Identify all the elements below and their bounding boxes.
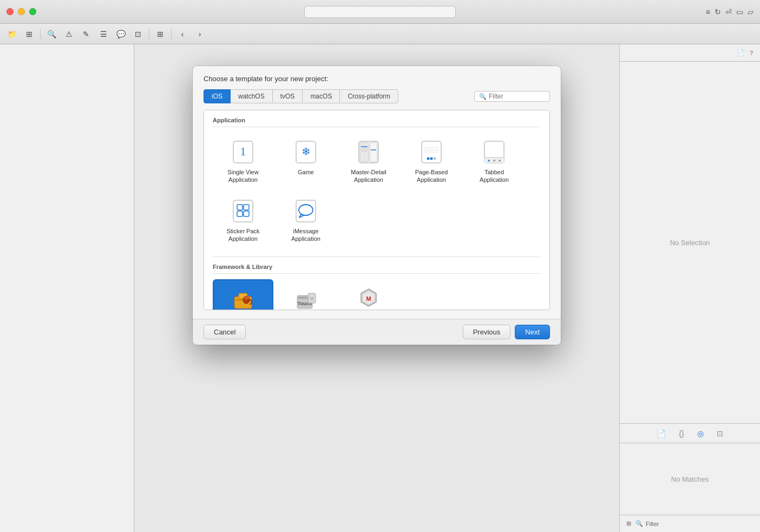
cancel-button[interactable]: Cancel (204, 325, 246, 339)
new-project-dialog: Choose a template for your new project: … (193, 66, 561, 345)
svg-point-13 (430, 157, 433, 160)
filter-icon: 🔍 (479, 93, 487, 100)
titlebar-icon-2[interactable]: ↻ (715, 8, 721, 16)
dialog-header-text: Choose a template for your new project: (204, 75, 550, 83)
section-framework-label: Framework & Library (213, 264, 541, 274)
grid-icon[interactable]: ⊞ (624, 520, 633, 528)
imessage-icon (293, 198, 319, 224)
toolbar-stack-btn[interactable]: ⊡ (130, 27, 146, 42)
sidebar-left (0, 44, 134, 532)
dialog-body: Choose a template for your new project: … (193, 66, 561, 319)
tabbed-label: Tabbed Application (469, 168, 519, 184)
section-divider (213, 257, 541, 257)
svg-text:❄: ❄ (302, 146, 311, 157)
template-cocoa-touch-static[interactable]: Touch M Cocoa Touch Static Library (276, 279, 336, 310)
close-button[interactable] (6, 8, 14, 15)
traffic-lights[interactable] (6, 8, 36, 15)
titlebar-icon-4[interactable]: ▭ (736, 8, 743, 16)
toolbar-nav-back[interactable]: ‹ (175, 27, 190, 42)
game-label: Game (298, 168, 314, 176)
cocoa-touch-static-icon: Touch M (293, 286, 319, 310)
toolbar-warning-btn[interactable]: ⚠ (61, 27, 76, 42)
game-icon: ❄ (293, 139, 319, 165)
template-page-based[interactable]: Page-Based Application (401, 133, 462, 189)
tab-braces-icon[interactable]: {} (677, 427, 686, 440)
page-based-icon (418, 139, 444, 165)
svg-rect-6 (370, 142, 377, 162)
previous-button[interactable]: Previous (463, 325, 511, 339)
tab-ios[interactable]: iOS (204, 89, 231, 103)
svg-point-12 (427, 157, 430, 160)
svg-text:★: ★ (493, 159, 496, 162)
toolbar-folder-btn[interactable]: 📁 (4, 27, 19, 42)
toolbar: 📁 ⊞ 🔍 ⚠ ✎ ☰ 💬 ⊡ ⊞ ‹ › (0, 24, 760, 44)
svg-rect-5 (360, 142, 369, 162)
toolbar-separator-1 (40, 29, 41, 40)
svg-text:M: M (310, 297, 313, 300)
template-area: Application 1 Single View Application (204, 110, 550, 310)
minimize-button[interactable] (18, 8, 25, 15)
tab-macos[interactable]: macOS (302, 89, 340, 103)
doc-icon[interactable]: 📄 (736, 49, 745, 57)
navigation-buttons: Previous Next (463, 325, 550, 339)
svg-text:★: ★ (498, 159, 501, 162)
template-imessage[interactable]: iMessage Application (276, 192, 336, 248)
template-sticker-pack[interactable]: Sticker Pack Application (213, 192, 273, 248)
tab-crossplatform[interactable]: Cross-platform (339, 89, 398, 103)
toolbar-search-btn[interactable]: 🔍 (44, 27, 59, 42)
right-panel: 📄 ? No Selection 📄 {} ◎ ⊡ No Matches ⊞ 🔍… (619, 44, 760, 532)
template-cocoa-touch-framework[interactable]: Cocoa Touch Framework (213, 279, 273, 310)
titlebar-icon-1[interactable]: ≡ (706, 8, 710, 16)
filter-box[interactable]: 🔍 (474, 91, 550, 102)
toolbar-separator-2 (149, 29, 149, 40)
toolbar-pencil-btn[interactable]: ✎ (78, 27, 94, 42)
toolbar-grid-btn[interactable]: ⊞ (22, 27, 37, 42)
framework-grid: Cocoa Touch Framework Touch M (213, 279, 541, 310)
filter-bottom-label: Filter (646, 521, 659, 527)
tabbed-icon: ★ ★ ★ (481, 139, 507, 165)
svg-point-38 (243, 296, 250, 299)
right-panel-tabs: 📄 {} ◎ ⊡ (620, 424, 760, 443)
toolbar-bubble-btn[interactable]: 💬 (113, 27, 128, 42)
template-metal-library[interactable]: M Metal Library (338, 279, 399, 310)
tab-tvos[interactable]: tvOS (272, 89, 303, 103)
single-view-icon: 1 (230, 139, 256, 165)
tab-watchos[interactable]: watchOS (230, 89, 273, 103)
titlebar-icon-3[interactable]: ⏎ (725, 8, 732, 16)
titlebar-icon-5[interactable]: ▱ (748, 8, 754, 16)
toolbar-list-btn[interactable]: ☰ (96, 27, 111, 42)
titlebar-search (304, 6, 456, 18)
template-master-detail[interactable]: Master-Detail Application (338, 133, 399, 189)
svg-text:1: 1 (240, 145, 246, 158)
maximize-button[interactable] (29, 8, 36, 15)
right-panel-bottom-bar: ⊞ 🔍 Filter (620, 515, 760, 532)
svg-rect-26 (233, 200, 253, 222)
center-content: Choose a template for your new project: … (134, 44, 619, 532)
right-panel-no-selection: No Selection (620, 62, 760, 424)
template-tabbed[interactable]: ★ ★ ★ Tabbed Application (464, 133, 525, 189)
toolbar-nav-forward[interactable]: › (192, 27, 207, 42)
next-button[interactable]: Next (515, 325, 550, 339)
section-application-label: Application (213, 117, 541, 127)
titlebar: Empty Tab ≡ ↻ ⏎ ▭ ▱ (0, 0, 760, 24)
tab-file-icon[interactable]: 📄 (654, 427, 668, 440)
dialog-footer: Cancel Previous Next (193, 319, 561, 345)
page-based-label: Page-Based Application (407, 168, 456, 184)
tabs-filter-row: iOS watchOS tvOS macOS Cross-platform 🔍 (204, 89, 550, 103)
filter-input[interactable] (489, 93, 543, 100)
right-panel-top-bar: 📄 ? (620, 44, 760, 62)
filter-bottom-icon[interactable]: 🔍 (635, 520, 644, 528)
platform-tabs: iOS watchOS tvOS macOS Cross-platform (204, 89, 398, 103)
tab-square-icon[interactable]: ⊡ (715, 427, 725, 440)
sticker-pack-icon (230, 198, 256, 224)
svg-point-14 (434, 157, 436, 160)
sticker-pack-label: Sticker Pack Application (218, 227, 268, 243)
template-single-view[interactable]: 1 Single View Application (213, 133, 273, 189)
toolbar-grid2-btn[interactable]: ⊞ (153, 27, 168, 42)
template-game[interactable]: ❄ Game (276, 133, 336, 189)
tab-circle-icon[interactable]: ◎ (695, 427, 706, 440)
help-icon[interactable]: ? (747, 49, 756, 57)
svg-text:★: ★ (487, 159, 490, 162)
main-layout: Choose a template for your new project: … (0, 44, 760, 532)
right-panel-no-matches: No Matches (620, 443, 760, 515)
